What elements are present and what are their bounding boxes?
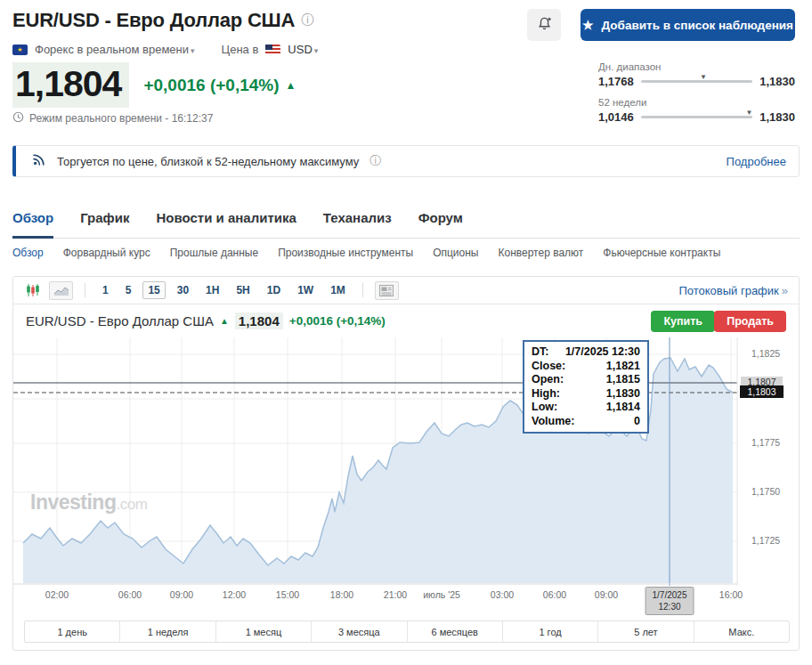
sub-tab[interactable]: Форвардный курс — [63, 247, 150, 259]
interval-button[interactable]: 1W — [292, 281, 319, 299]
instrument-subtitle: ★ Форекс в реальном времени▾ Цена в USD▾ — [12, 43, 318, 56]
main-tab[interactable]: Обзор — [12, 210, 53, 239]
range-button[interactable]: 3 месяца — [311, 621, 406, 642]
alert-details-link[interactable]: Подробнее — [727, 155, 786, 168]
up-arrow-icon: ▲ — [286, 79, 296, 92]
range-marker-icon: ▼ — [746, 109, 753, 117]
price-ranges: Дн. диапазон 1,1768 ▼ 1,1830 52 недели 1… — [598, 61, 795, 133]
add-watchlist-button[interactable]: ★ Добавить в список наблюдения — [581, 9, 795, 41]
chart-toolbar: 1515301H5H1D1W1M Потоковый график» — [13, 277, 799, 304]
daily-range-label: Дн. диапазон — [598, 61, 795, 72]
realtime-status: Режим реального времени - 16:12:37 — [12, 111, 213, 126]
range-button[interactable]: 1 год — [502, 621, 597, 642]
market-type-dropdown[interactable]: Форекс в реальном времени▾ — [35, 43, 195, 56]
sub-tab[interactable]: Производные инструменты — [278, 247, 413, 259]
price-chart[interactable]: Investing.com 1,1807 1,1803 DT:1/7/2025 … — [13, 337, 800, 613]
tooltip-label: DT: — [532, 345, 548, 360]
caret-down-icon: ▾ — [314, 46, 319, 55]
week52-range-label: 52 недели — [598, 97, 795, 108]
week52-range-low: 1,0146 — [598, 110, 634, 124]
interval-button[interactable]: 1 — [97, 281, 114, 299]
week52-range-slider: ▼ — [641, 116, 752, 118]
buy-button[interactable]: Купить — [651, 311, 715, 332]
tooltip-value: 1,1821 — [606, 360, 640, 374]
main-tab[interactable]: Теханализ — [323, 210, 392, 238]
x-axis-label: 09:00 — [595, 589, 618, 600]
main-tabs: ОбзорГрафикНовости и аналитикаТеханализФ… — [12, 210, 800, 239]
bell-plus-icon — [537, 16, 552, 34]
sell-button[interactable]: Продать — [714, 311, 786, 332]
tooltip-row: DT:1/7/2025 12:30 — [532, 345, 640, 360]
crosshair-time: 12:30 — [653, 601, 687, 612]
tooltip-label: Close: — [532, 360, 565, 374]
price-alert-banner: Торгуется по цене, близкой к 52-недельно… — [12, 145, 800, 177]
news-panel-button[interactable] — [375, 281, 399, 300]
interval-button[interactable]: 5H — [231, 281, 255, 299]
candlestick-chart-button[interactable] — [25, 283, 41, 297]
last-price-axis-label: 1,1803 — [740, 385, 784, 398]
tooltip-row: Open:1,1815 — [532, 373, 640, 387]
x-axis-label: 18:00 — [330, 589, 353, 600]
sub-tab[interactable]: Конвертер валют — [498, 247, 583, 259]
interval-button[interactable]: 30 — [172, 281, 194, 299]
tooltip-label: High: — [532, 387, 560, 401]
interval-button[interactable]: 15 — [142, 281, 165, 299]
price-change: +0,0016 (+0,14%) ▲ — [143, 76, 296, 95]
sub-tabs: ОбзорФорвардный курсПрошлые данныеПроизв… — [12, 247, 720, 259]
interval-button[interactable]: 5 — [120, 281, 137, 299]
chart-plot — [13, 337, 800, 586]
investing-watermark: Investing.com — [30, 491, 147, 515]
main-tab[interactable]: Форум — [418, 210, 463, 238]
page-header: EUR/USD - Евро Доллар США ⓘ — [12, 9, 313, 32]
x-axis-label: 16:00 — [719, 589, 743, 600]
range-button[interactable]: 1 месяц — [215, 621, 311, 642]
x-axis-label: июль '25 — [423, 589, 460, 600]
caret-down-icon: ▾ — [191, 46, 195, 55]
week52-range-high: 1,1830 — [759, 110, 795, 124]
area-chart-button[interactable] — [49, 281, 73, 300]
alert-text: Торгуется по цене, близкой к 52-недельно… — [57, 155, 359, 168]
main-tab[interactable]: Новости и аналитика — [156, 210, 296, 238]
interval-button[interactable]: 1H — [200, 281, 224, 299]
sub-tab[interactable]: Обзор — [12, 247, 44, 259]
chart-price-change: +0,0016 (+0,14%) — [289, 314, 386, 328]
interval-button[interactable]: 1D — [262, 281, 286, 299]
sub-tab[interactable]: Прошлые данные — [170, 247, 258, 259]
crosshair-time-badge: 1/7/202512:30 — [646, 587, 694, 615]
chevron-right-icon: » — [782, 284, 788, 297]
up-arrow-icon: ▲ — [220, 316, 229, 326]
sub-tab[interactable]: Фьючерсные контракты — [603, 247, 720, 259]
info-icon[interactable]: ⓘ — [301, 12, 313, 28]
x-axis-label: 15:00 — [276, 589, 299, 600]
price-alert-bell-button[interactable] — [527, 9, 561, 41]
tooltip-value: 1/7/2025 12:30 — [565, 345, 640, 360]
info-icon[interactable]: ⓘ — [369, 153, 381, 169]
tooltip-row: Low:1,1814 — [532, 401, 640, 415]
x-axis-label: 02:00 — [45, 589, 69, 600]
y-axis-label: 1,1775 — [751, 437, 780, 448]
streaming-chart-link[interactable]: Потоковый график» — [678, 284, 788, 297]
x-axis-label: 21:00 — [384, 589, 407, 600]
page: EUR/USD - Евро Доллар США ⓘ ★ Добавить в… — [0, 0, 812, 665]
tooltip-row: Close:1,1821 — [532, 360, 640, 374]
range-button[interactable]: 5 лет — [597, 621, 693, 642]
add-watchlist-label: Добавить в список наблюдения — [602, 19, 793, 32]
interval-button[interactable]: 1M — [325, 281, 351, 299]
range-button[interactable]: 1 неделя — [119, 621, 215, 642]
current-price: 1,1804 — [12, 62, 129, 108]
daily-range-slider: ▼ — [641, 80, 752, 83]
currency-dropdown[interactable]: USD▾ — [288, 43, 318, 56]
sub-tab[interactable]: Опционы — [433, 247, 478, 259]
divider — [362, 283, 363, 297]
range-button[interactable]: 1 день — [25, 621, 119, 642]
x-axis-label: 06:00 — [543, 589, 566, 600]
time-range-buttons: 1 день1 неделя1 месяц3 месяца6 месяцев1 … — [24, 620, 790, 643]
main-tab[interactable]: График — [80, 210, 129, 238]
interval-group: 1515301H5H1D1W1M — [97, 281, 351, 299]
tooltip-row: High:1,1830 — [532, 387, 640, 401]
chart-card: 1515301H5H1D1W1M Потоковый график» EUR/U… — [12, 276, 800, 651]
range-button[interactable]: Макс. — [694, 621, 789, 642]
price-block: 1,1804 +0,0016 (+0,14%) ▲ — [12, 62, 296, 108]
range-button[interactable]: 6 месяцев — [407, 621, 502, 642]
x-axis-label: 06:00 — [118, 589, 142, 600]
